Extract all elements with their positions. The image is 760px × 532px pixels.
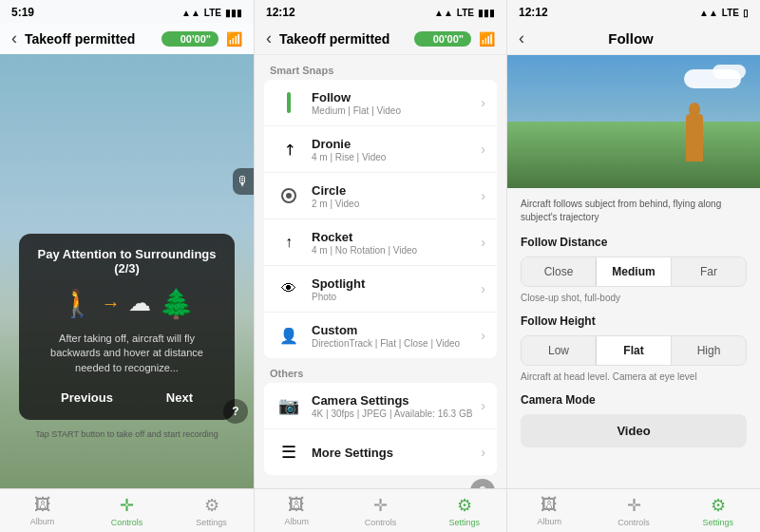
top-bar-3: ‹ Follow: [507, 23, 760, 55]
height-high-btn[interactable]: High: [672, 336, 746, 365]
controls-icon-3: ✛: [627, 495, 641, 516]
nav-album-3[interactable]: 🖼 Album: [507, 489, 592, 532]
nav-album-1[interactable]: 🖼 Album: [0, 489, 85, 532]
menu-item-dronie[interactable]: ↗ Dronie 4 m | Rise | Video ›: [264, 126, 497, 173]
settings-icon-3: ⚙: [711, 495, 726, 516]
camera-settings-text: Camera Settings 4K | 30fps | JPEG | Avai…: [312, 393, 481, 419]
help-button-1[interactable]: ?: [223, 399, 248, 424]
dronie-text: Dronie 4 m | Rise | Video: [312, 137, 481, 162]
menu-item-camera-settings[interactable]: 📷 Camera Settings 4K | 30fps | JPEG | Av…: [264, 383, 497, 429]
back-button-3[interactable]: ‹: [519, 28, 524, 48]
follow-description: Aircraft follows subject from behind, fl…: [521, 198, 747, 224]
camera-settings-title: Camera Settings: [312, 393, 481, 408]
panel-1: 5:19 ▲▲ LTE ▮▮▮ ‹ Takeoff permitted 00'0…: [0, 0, 254, 532]
distance-close-btn[interactable]: Close: [522, 257, 597, 286]
back-button-1[interactable]: ‹: [11, 28, 17, 48]
top-bar-right-1: 00'00" 📶: [162, 31, 242, 47]
menu-item-spotlight[interactable]: 👁 Spotlight Photo ›: [264, 266, 497, 313]
nav-settings-3[interactable]: ⚙ Settings: [675, 489, 760, 532]
panel-2: 12:12 ▲▲ LTE ▮▮▮ ‹ Takeoff permitted 00'…: [254, 0, 507, 532]
person-silhouette: [686, 114, 703, 162]
spotlight-text: Spotlight Photo: [312, 276, 481, 302]
nav-settings-2[interactable]: ⚙ Settings: [423, 489, 506, 532]
follow-icon: [276, 89, 302, 116]
takeoff-title-1: Takeoff permitted: [25, 31, 162, 47]
start-hint-text: Tap START button to take off and start r…: [0, 429, 254, 439]
controls-label-3: Controls: [618, 518, 650, 527]
follow-height-label: Follow Height: [521, 314, 747, 328]
circle-title: Circle: [312, 183, 481, 198]
timer-value-2: 00'00": [433, 33, 464, 45]
status-icons-1: ▲▲ LTE ▮▮▮: [181, 8, 242, 18]
wifi-icon-2: 📶: [479, 31, 495, 47]
album-label-2: Album: [284, 517, 309, 526]
follow-distance-group: Close Medium Far: [521, 256, 747, 287]
photo-ground: [507, 122, 760, 188]
menu-item-rocket[interactable]: ↑ Rocket 4 m | No Rotation | Video ›: [264, 219, 497, 266]
help-area-2: ?: [255, 475, 506, 488]
overlay-title: Pay Attention to Surroundings (2/3): [34, 247, 219, 276]
height-flat-btn[interactable]: Flat: [597, 336, 672, 365]
follow-subtitle: Medium | Flat | Video: [312, 105, 481, 116]
nav-controls-3[interactable]: ✛ Controls: [592, 489, 676, 532]
figure-icon: 🚶: [61, 288, 94, 319]
lte-label-2: LTE: [457, 8, 474, 18]
circle-subtitle: 2 m | Video: [312, 199, 481, 209]
wifi-icon-1: 📶: [226, 31, 242, 47]
nav-controls-1[interactable]: ✛ Controls: [85, 489, 169, 532]
more-settings-icon: ☰: [276, 439, 302, 466]
bottom-nav-2: 🖼 Album ✛ Controls ⚙ Settings: [255, 488, 506, 532]
nav-controls-2[interactable]: ✛ Controls: [338, 489, 422, 532]
follow-distance-label: Follow Distance: [521, 236, 747, 249]
follow-chevron: ›: [481, 95, 485, 110]
menu-item-follow[interactable]: Follow Medium | Flat | Video ›: [264, 80, 497, 126]
tree-icon: 🌲: [159, 287, 194, 320]
section-smart-snaps: Smart Snaps: [255, 55, 506, 80]
scroll-area-2[interactable]: Smart Snaps Follow Medium | Flat | Video…: [255, 55, 506, 488]
distance-far-btn[interactable]: Far: [672, 257, 746, 286]
camera-mode-label: Camera Mode: [521, 393, 747, 407]
custom-text: Custom DirectionTrack | Flat | Close | V…: [312, 323, 481, 349]
time-1: 5:19: [11, 6, 34, 19]
follow-distance-hint: Close-up shot, full-body: [521, 293, 747, 303]
spotlight-title: Spotlight: [312, 276, 481, 291]
smart-snaps-list: Follow Medium | Flat | Video › ↗ Dronie …: [264, 80, 497, 358]
lte-label-1: LTE: [204, 8, 221, 18]
camera-settings-chevron: ›: [481, 398, 485, 413]
status-icons-2: ▲▲ LTE ▮▮▮: [434, 8, 495, 18]
signal-icon-1: ▲▲: [181, 8, 200, 18]
cloud-icon: ☁: [128, 290, 151, 316]
settings-icon-1: ⚙: [204, 495, 219, 516]
mic-button-1[interactable]: 🎙: [233, 168, 254, 195]
camera-settings-subtitle: 4K | 30fps | JPEG | Available: 16.3 GB: [312, 408, 481, 419]
menu-item-custom[interactable]: 👤 Custom DirectionTrack | Flat | Close |…: [264, 313, 497, 358]
camera-mode-button[interactable]: Video: [521, 414, 747, 447]
nav-settings-1[interactable]: ⚙ Settings: [169, 489, 254, 532]
next-button[interactable]: Next: [151, 387, 208, 408]
status-icons-3: ▲▲ LTE ▯: [699, 8, 749, 18]
nav-album-2[interactable]: 🖼 Album: [255, 489, 338, 532]
previous-button[interactable]: Previous: [46, 387, 128, 408]
bottom-nav-3: 🖼 Album ✛ Controls ⚙ Settings: [507, 488, 760, 532]
rocket-chevron: ›: [481, 235, 485, 250]
album-icon-1: 🖼: [34, 495, 51, 515]
timer-badge-1: 00'00": [162, 31, 218, 47]
top-bar-1: ‹ Takeoff permitted 00'00" 📶: [0, 23, 254, 54]
time-3: 12:12: [519, 6, 548, 19]
custom-subtitle: DirectionTrack | Flat | Close | Video: [312, 338, 481, 349]
back-button-2[interactable]: ‹: [266, 28, 272, 48]
menu-item-circle[interactable]: Circle 2 m | Video ›: [264, 173, 497, 219]
menu-item-more-settings[interactable]: ☰ More Settings ›: [264, 429, 497, 475]
settings-label-2: Settings: [449, 518, 481, 527]
person-head: [689, 103, 700, 116]
status-bar-3: 12:12 ▲▲ LTE ▯: [507, 0, 760, 23]
battery-icon-2: ▮▮▮: [478, 8, 495, 18]
arrow-icon: →: [102, 293, 121, 314]
height-low-btn[interactable]: Low: [522, 336, 597, 365]
takeoff-title-2: Takeoff permitted: [279, 31, 414, 47]
distance-medium-btn[interactable]: Medium: [597, 257, 672, 286]
more-settings-title: More Settings: [312, 446, 481, 460]
panel-3: 12:12 ▲▲ LTE ▯ ‹ Follow Aircraft follows…: [507, 0, 760, 532]
help-button-2[interactable]: ?: [470, 479, 495, 488]
follow-height-group: Low Flat High: [521, 335, 747, 366]
